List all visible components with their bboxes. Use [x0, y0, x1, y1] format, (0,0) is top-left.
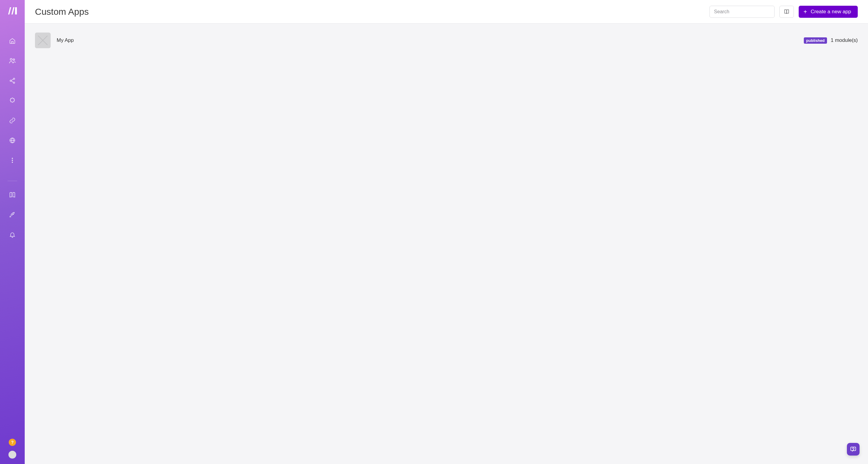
- sidebar-item-share[interactable]: [6, 74, 19, 87]
- sidebar-nav-primary: [6, 34, 19, 167]
- sidebar-item-web[interactable]: [6, 134, 19, 147]
- create-app-button-label: Create a new app: [811, 9, 851, 15]
- users-icon: [9, 58, 16, 64]
- plus-icon: +: [804, 9, 807, 15]
- app-name: My App: [57, 37, 74, 43]
- sidebar-bottom: ?: [8, 439, 16, 464]
- help-button[interactable]: ?: [9, 439, 16, 446]
- bell-icon: [9, 231, 16, 238]
- sidebar-item-notify[interactable]: [6, 228, 19, 241]
- more-vertical-icon: [9, 157, 16, 164]
- page-title: Custom Apps: [35, 7, 89, 17]
- puzzle-icon: [9, 97, 16, 104]
- floating-help-button[interactable]: [847, 443, 860, 456]
- svg-point-9: [12, 162, 13, 163]
- create-app-button[interactable]: + Create a new app: [799, 6, 858, 18]
- app-thumbnail-placeholder: [35, 33, 51, 48]
- svg-point-7: [12, 158, 13, 159]
- topbar: Custom Apps + Create a new app: [25, 0, 868, 24]
- book-icon: [9, 192, 16, 198]
- sidebar-item-launch[interactable]: [6, 208, 19, 221]
- sidebar-item-team[interactable]: [6, 54, 19, 67]
- link-icon: [9, 117, 16, 124]
- content: My App published 1 module(s): [25, 24, 868, 464]
- svg-point-8: [12, 160, 13, 161]
- svg-point-12: [853, 450, 853, 450]
- book-open-icon: [784, 9, 789, 15]
- user-avatar[interactable]: [8, 451, 16, 459]
- sidebar-item-more[interactable]: [6, 154, 19, 167]
- sidebar-item-links[interactable]: [6, 114, 19, 127]
- sidebar-nav-secondary: [6, 188, 19, 241]
- sidebar-item-home[interactable]: [6, 34, 19, 48]
- main: Custom Apps + Create a new app My App pu…: [25, 0, 868, 464]
- svg-point-3: [13, 78, 15, 80]
- sidebar-separator: [7, 181, 17, 181]
- svg-point-4: [10, 80, 11, 82]
- help-chat-icon: [850, 446, 857, 453]
- sidebar-item-apps[interactable]: [6, 94, 19, 107]
- home-icon: [9, 38, 16, 44]
- module-count: 1 module(s): [831, 37, 858, 43]
- sidebar: ?: [0, 0, 25, 464]
- svg-point-2: [13, 59, 14, 60]
- status-badge: published: [804, 37, 827, 44]
- make-logo[interactable]: [7, 5, 18, 16]
- docs-button[interactable]: [779, 6, 794, 18]
- globe-icon: [9, 137, 16, 144]
- svg-rect-0: [15, 7, 17, 14]
- sidebar-item-docs[interactable]: [6, 188, 19, 202]
- search-input[interactable]: [710, 6, 775, 18]
- app-row[interactable]: My App published 1 module(s): [35, 31, 858, 50]
- rocket-icon: [9, 212, 16, 218]
- svg-point-1: [10, 58, 12, 60]
- svg-point-5: [13, 82, 15, 84]
- share-icon: [9, 78, 16, 84]
